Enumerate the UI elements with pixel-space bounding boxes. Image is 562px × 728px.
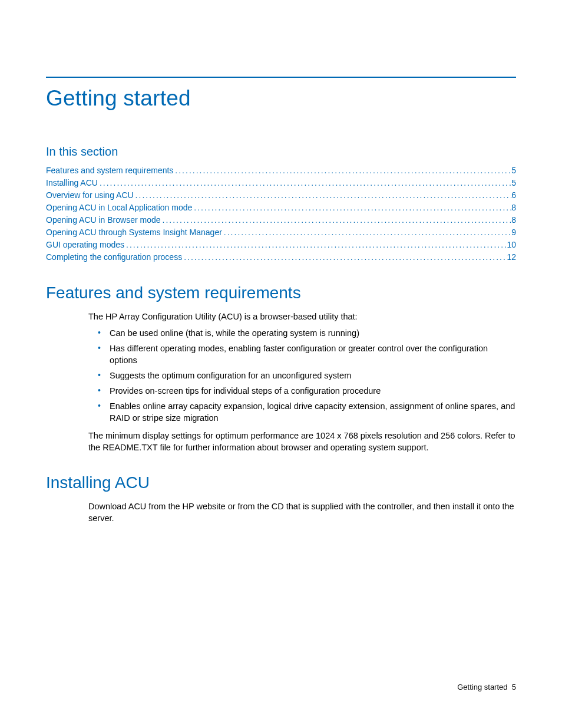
toc-label: Completing the configuration process xyxy=(46,251,182,263)
intro-text: The HP Array Configuration Utility (ACU)… xyxy=(88,311,516,322)
list-item: Enables online array capacity expansion,… xyxy=(88,400,516,424)
toc-leader: ........................................… xyxy=(124,239,507,251)
toc-label: Overview for using ACU xyxy=(46,189,134,202)
footer-label: Getting started xyxy=(457,683,507,691)
list-item: Suggests the optimum configuration for a… xyxy=(88,370,516,381)
page-title: Getting started xyxy=(46,86,516,111)
toc-page: 5 xyxy=(511,164,516,177)
toc-label: Opening ACU through Systems Insight Mana… xyxy=(46,226,222,239)
install-text: Download ACU from the HP website or from… xyxy=(88,500,516,524)
list-item: Can be used online (that is, while the o… xyxy=(88,327,516,339)
toc-item[interactable]: Features and system requirements .......… xyxy=(46,164,516,177)
footer-page: 5 xyxy=(512,683,516,691)
toc-page: 8 xyxy=(511,202,516,214)
toc-leader: ........................................… xyxy=(98,177,511,189)
toc-page: 10 xyxy=(507,239,516,251)
toc-item[interactable]: Completing the configuration process ...… xyxy=(46,251,516,263)
toc-label: Opening ACU in Local Application mode xyxy=(46,202,192,214)
toc-leader: ........................................… xyxy=(173,164,511,177)
toc-item[interactable]: Opening ACU in Browser mode ............… xyxy=(46,214,516,226)
list-item: Has different operating modes, enabling … xyxy=(88,342,516,366)
toc-page: 9 xyxy=(511,226,516,239)
toc-page: 6 xyxy=(511,189,516,202)
outro-text: The minimum display settings for optimum… xyxy=(88,430,516,453)
toc-leader: ........................................… xyxy=(222,226,511,239)
toc-list: Features and system requirements .......… xyxy=(46,164,516,263)
toc-label: Opening ACU in Browser mode xyxy=(46,214,161,226)
toc-item[interactable]: Installing ACU .........................… xyxy=(46,177,516,189)
toc-item[interactable]: Opening ACU through Systems Insight Mana… xyxy=(46,226,516,239)
list-item: Provides on-screen tips for individual s… xyxy=(88,385,516,397)
toc-leader: ........................................… xyxy=(182,251,507,263)
toc-leader: ........................................… xyxy=(161,214,512,226)
section-heading-features: Features and system requirements xyxy=(46,284,516,302)
toc-heading: In this section xyxy=(46,145,516,159)
toc-page: 5 xyxy=(511,177,516,189)
feature-list: Can be used online (that is, while the o… xyxy=(88,327,516,424)
toc-label: GUI operating modes xyxy=(46,239,124,251)
section-body-installing: Download ACU from the HP website or from… xyxy=(46,500,516,524)
top-rule xyxy=(46,77,516,78)
section-body-features: The HP Array Configuration Utility (ACU)… xyxy=(46,311,516,453)
toc-label: Installing ACU xyxy=(46,177,98,189)
toc-page: 12 xyxy=(507,251,516,263)
toc-page: 8 xyxy=(511,214,516,226)
toc-leader: ........................................… xyxy=(134,189,512,202)
toc-item[interactable]: Overview for using ACU .................… xyxy=(46,189,516,202)
toc-item[interactable]: Opening ACU in Local Application mode ..… xyxy=(46,202,516,214)
toc-item[interactable]: GUI operating modes ....................… xyxy=(46,239,516,251)
page-footer: Getting started 5 xyxy=(457,683,516,691)
toc-leader: ........................................… xyxy=(192,202,511,214)
page-content: Getting started In this section Features… xyxy=(0,0,562,524)
toc-label: Features and system requirements xyxy=(46,164,173,177)
section-heading-installing: Installing ACU xyxy=(46,473,516,492)
